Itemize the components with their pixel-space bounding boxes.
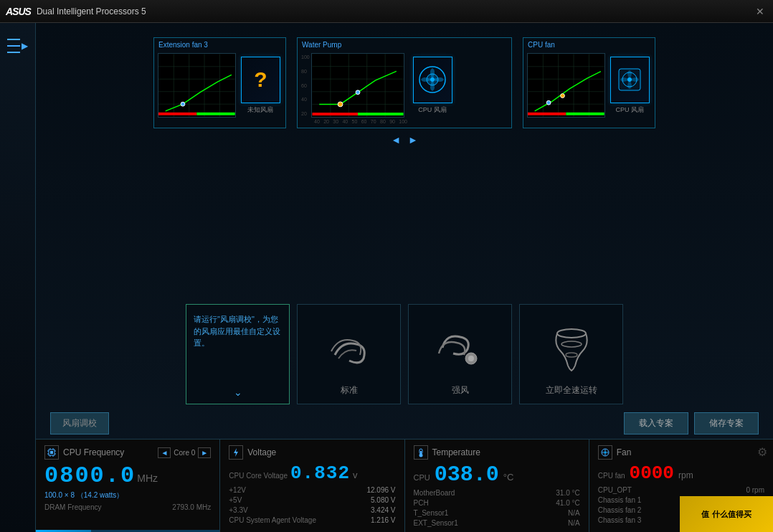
ext-sensor1-label: EXT_Sensor1 (414, 519, 458, 527)
cpu-core-voltage-unit: v (353, 470, 358, 480)
chassis1-label: Chassis fan 1 (598, 496, 642, 504)
cpu-icon (44, 445, 59, 460)
cpu-core-voltage-value: 0.832 (290, 462, 350, 484)
svg-point-34 (546, 100, 551, 105)
fan-zone: Extension fan 3 (36, 23, 773, 304)
v33-label: +3.3V (229, 506, 247, 514)
close-button[interactable]: ✕ (753, 4, 767, 19)
temp-title: Temperature (432, 447, 480, 457)
fan-navigation: ◄ ► (50, 134, 759, 146)
mb-temp-value: 31.0 °C (556, 489, 579, 497)
svg-point-25 (430, 77, 435, 82)
fan-mode-standard-icon (321, 319, 378, 385)
voltage-icon (229, 445, 243, 460)
app-logo: ASUS (6, 6, 31, 17)
fan-mode-fullspeed[interactable]: 立即全速运转 (519, 304, 623, 404)
svg-point-35 (561, 94, 565, 98)
cpu-fan-value: 0000 (630, 462, 674, 484)
cpu-freq-title: CPU Frequency (63, 447, 124, 457)
v12-value: 12.096 V (366, 486, 395, 494)
chassis3-label: Chassis fan 3 (598, 516, 642, 524)
v5-label: +5V (229, 496, 242, 504)
dram-value: 2793.0 MHz (172, 503, 211, 511)
fan-card-extension-label: Extension fan 3 (158, 41, 208, 49)
mb-temp-label: MotherBoard (414, 489, 455, 497)
dram-label: DRAM Frequency (44, 503, 101, 511)
cpu-freq-unit: MHz (137, 472, 158, 484)
content-area: Extension fan 3 (36, 23, 773, 532)
svg-rect-9 (158, 113, 196, 115)
cpu-core-label: Core 0 (174, 449, 195, 457)
temp-cpu-label: CPU (414, 473, 430, 482)
cpu-fan-cube-card-label: CPU 风扇 (616, 105, 645, 115)
calibration-text: 请运行"风扇调校"，为您的风扇应用最佳自定义设置。 (194, 313, 282, 349)
settings-gear-icon[interactable]: ⚙ (757, 445, 767, 459)
watermark: 值 什么值得买 (680, 496, 773, 532)
svg-rect-22 (358, 113, 404, 115)
svg-rect-36 (528, 113, 566, 115)
calibrate-button[interactable]: 风扇调校 (50, 412, 109, 434)
cpu-opt-label: CPU_OPT (598, 486, 632, 494)
sidebar-toggle[interactable]: ▶ (7, 37, 28, 54)
fan-mode-fullspeed-icon (543, 319, 600, 385)
cpu-sa-value: 1.216 V (371, 516, 395, 524)
svg-point-42 (468, 356, 474, 361)
bottom-controls: 风扇调校 载入专案 储存专案 (36, 408, 773, 439)
pch-temp-label: PCH (414, 499, 429, 507)
load-profile-button[interactable]: 载入专案 (624, 412, 688, 434)
temp-cpu-value: 038.0 (435, 462, 499, 487)
cpu-core-next[interactable]: ► (198, 447, 211, 458)
water-pump-cube: CPU 风扇 (411, 53, 454, 118)
app-title: Dual Intelligent Processors 5 (37, 6, 146, 16)
status-bar: CPU Frequency ◄ Core 0 ► 0800.0 MHz 100.… (36, 439, 773, 532)
ext-sensor1-value: N/A (568, 519, 580, 527)
fan-nav-next[interactable]: ► (408, 134, 418, 146)
main-container: ▶ Extension fan 3 (0, 23, 773, 532)
v33-value: 3.424 V (371, 506, 395, 514)
chassis2-label: Chassis fan 2 (598, 506, 642, 514)
cpu-core-prev[interactable]: ◄ (158, 447, 171, 458)
svg-point-19 (338, 102, 343, 107)
extension-fan-graph (158, 53, 236, 118)
fan-mode-strong-label: 强风 (452, 384, 469, 396)
extension-fan-cube: ? 未知风扇 (240, 53, 282, 118)
svg-point-8 (181, 102, 185, 106)
status-voltage: Voltage CPU Core Voltage 0.832 v +12V 12… (220, 440, 404, 532)
fan-card-cpu[interactable]: CPU fan (523, 37, 655, 128)
svg-rect-21 (312, 113, 358, 115)
cpu-freq-value: 0800.0 (44, 462, 136, 489)
save-profile-button[interactable]: 储存专案 (694, 412, 759, 434)
calibration-tooltip: 请运行"风扇调校"，为您的风扇应用最佳自定义设置。 ⌄ (186, 304, 290, 404)
fan-card-water-pump[interactable]: Water Pump 100 80 60 40 20 (297, 37, 512, 128)
svg-point-44 (561, 341, 582, 347)
cpu-sub-info: 100.0 × 8 （14.2 watts） (44, 490, 211, 500)
svg-point-45 (566, 353, 577, 357)
fan-nav-prev[interactable]: ◄ (391, 134, 401, 146)
profile-buttons: 载入专案 储存专案 (624, 412, 759, 434)
pch-temp-value: 41.0 °C (556, 499, 579, 507)
cpu-opt-value: 0 rpm (746, 486, 764, 494)
fan-mode-strong[interactable]: 强风 (408, 304, 512, 404)
cpu-fan-cube-card: CPU 风扇 (609, 53, 651, 118)
sidebar: ▶ (0, 23, 36, 532)
fan-mode-strong-icon (432, 319, 489, 385)
v12-label: +12V (229, 486, 246, 494)
svg-rect-37 (566, 113, 604, 115)
temp-icon (414, 445, 428, 460)
cpu-sa-label: CPU System Agent Voltage (229, 516, 316, 524)
v5-value: 5.080 V (371, 496, 395, 504)
fan-mode-standard-label: 标准 (341, 384, 358, 396)
cpu-core-voltage-label: CPU Core Voltage (229, 472, 288, 480)
svg-marker-56 (234, 448, 238, 457)
tsensor1-value: N/A (568, 509, 580, 517)
voltage-title: Voltage (247, 447, 276, 457)
fan-card-cpu-label: CPU fan (528, 41, 555, 49)
svg-point-61 (604, 452, 606, 454)
fan-card-extension[interactable]: Extension fan 3 (153, 37, 286, 128)
water-pump-cube-label: CPU 风扇 (418, 105, 447, 115)
fan-mode-standard[interactable]: 标准 (297, 304, 401, 404)
svg-rect-10 (196, 113, 234, 115)
fan-title: Fan (617, 447, 632, 457)
cpu-fan-label: CPU fan (598, 472, 625, 480)
status-cpu: CPU Frequency ◄ Core 0 ► 0800.0 MHz 100.… (36, 440, 220, 532)
